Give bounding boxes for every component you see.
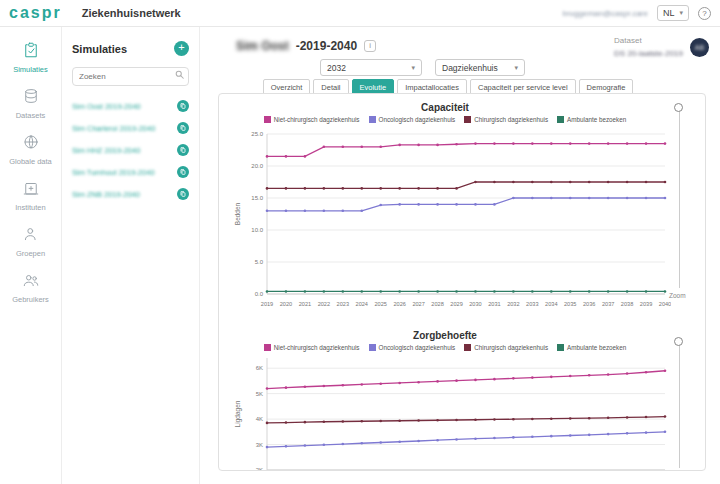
- chevron-down-icon: ▾: [679, 9, 683, 17]
- svg-text:2036: 2036: [583, 301, 595, 307]
- svg-text:2029: 2029: [450, 301, 462, 307]
- chart-legend: Niet-chirurgisch dagziekenhuisOncologisc…: [219, 344, 671, 351]
- legend-item: Ambulante bezoeken: [557, 344, 626, 351]
- legend-swatch: [557, 116, 564, 123]
- legend-label: Oncologisch dagziekenhuis: [379, 344, 456, 351]
- svg-text:10.0: 10.0: [251, 227, 263, 233]
- simulation-name[interactable]: Sim ZNB 2019-2040: [72, 190, 140, 199]
- search-icon: [175, 70, 184, 79]
- svg-text:20.0: 20.0: [251, 163, 263, 169]
- svg-text:2035: 2035: [564, 301, 576, 307]
- datasets-icon: [22, 87, 40, 109]
- legend-item: Niet-chirurgisch dagziekenhuis: [264, 344, 360, 351]
- duplicate-icon[interactable]: [177, 144, 189, 156]
- sidebar-item-gebruikers[interactable]: Gebruikers: [0, 271, 61, 304]
- zoom-slider-handle[interactable]: [674, 103, 683, 112]
- duplicate-icon[interactable]: [177, 122, 189, 134]
- zoom-slider-handle[interactable]: [674, 337, 683, 346]
- year-select-value: 2032: [327, 63, 346, 73]
- user-email[interactable]: bruggeman@caspr.care: [562, 9, 648, 18]
- legend-label: Niet-chirurgisch dagziekenhuis: [274, 116, 360, 123]
- sidebar-item-label: Instituten: [15, 203, 45, 212]
- chart-title-zorgbehoefte: Zorgbehoefte: [219, 330, 671, 341]
- chart-legend: Niet-chirurgisch dagziekenhuisOncologisc…: [219, 116, 671, 123]
- legend-item: Ambulante bezoeken: [557, 116, 626, 123]
- info-icon[interactable]: i: [364, 40, 376, 52]
- svg-text:2021: 2021: [299, 301, 311, 307]
- sidebar-item-datasets[interactable]: Datasets: [0, 87, 61, 120]
- app-header: caspr Ziekenhuisnetwerk bruggeman@caspr.…: [0, 0, 720, 27]
- svg-text:2026: 2026: [393, 301, 405, 307]
- add-simulation-button[interactable]: +: [174, 41, 189, 56]
- chart-title-capaciteit: Capaciteit: [219, 102, 671, 113]
- svg-text:0.0: 0.0: [255, 291, 264, 297]
- sidebar-item-instituten[interactable]: Instituten: [0, 179, 61, 212]
- sidebar-item-simulaties[interactable]: Simulaties: [0, 41, 61, 74]
- year-select[interactable]: 2032 ▾: [320, 59, 422, 76]
- hospital-icon: [22, 179, 40, 201]
- legend-swatch: [369, 344, 376, 351]
- list-item[interactable]: Sim HHZ 2019-2040: [72, 139, 189, 161]
- zoom-slider-track: [679, 108, 680, 288]
- search-input[interactable]: [72, 67, 189, 86]
- svg-text:2038: 2038: [621, 301, 633, 307]
- svg-text:2028: 2028: [431, 301, 443, 307]
- svg-text:15.0: 15.0: [251, 195, 263, 201]
- locale-value: NL: [663, 8, 675, 18]
- svg-text:2019: 2019: [261, 301, 273, 307]
- simulations-icon: [22, 41, 40, 63]
- dataset-info: Dataset DS 20-laatste-2019 AB: [614, 36, 709, 58]
- sidebar-item-label: Datasets: [16, 111, 46, 120]
- list-item[interactable]: Sim Oost 2019-2040: [72, 95, 189, 117]
- zorgbehoefte-line-chart: 2K3K4K5K6KLigdagen: [231, 354, 671, 471]
- avatar[interactable]: AB: [690, 38, 709, 57]
- unit-select-value: Dagziekenhuis: [442, 63, 498, 73]
- simulation-name[interactable]: Sim Oost 2019-2040: [72, 102, 141, 111]
- main-content: Sim Oost -2019-2040 i 2032 ▾ Dagziekenhu…: [200, 27, 720, 484]
- sidebar-item-label: Gebruikers: [12, 295, 49, 304]
- svg-text:2K: 2K: [256, 467, 263, 471]
- chevron-down-icon: ▾: [411, 64, 415, 72]
- help-icon[interactable]: ?: [698, 7, 711, 20]
- legend-label: Chirurgisch dagziekenhuis: [474, 116, 548, 123]
- legend-item: Chirurgisch dagziekenhuis: [464, 344, 548, 351]
- app-logo[interactable]: caspr: [9, 4, 62, 22]
- simulation-name[interactable]: Sim Charleroi 2019-2040: [72, 124, 155, 133]
- panel-title: Simulaties: [72, 43, 127, 55]
- sidebar-item-groepen[interactable]: Groepen: [0, 225, 61, 258]
- legend-item: Oncologisch dagziekenhuis: [369, 344, 456, 351]
- svg-text:2031: 2031: [488, 301, 500, 307]
- duplicate-icon[interactable]: [177, 100, 189, 112]
- panel-header: Simulaties +: [72, 41, 189, 56]
- duplicate-icon[interactable]: [177, 166, 189, 178]
- legend-label: Oncologisch dagziekenhuis: [379, 116, 456, 123]
- dataset-text: Dataset DS 20-laatste-2019: [614, 36, 683, 58]
- duplicate-icon[interactable]: [177, 188, 189, 200]
- svg-text:2022: 2022: [318, 301, 330, 307]
- simulation-name[interactable]: Sim HHZ 2019-2040: [72, 146, 140, 155]
- svg-text:25.0: 25.0: [251, 131, 263, 137]
- legend-swatch: [464, 344, 471, 351]
- svg-text:6K: 6K: [256, 365, 263, 371]
- legend-item: Chirurgisch dagziekenhuis: [464, 116, 548, 123]
- locale-select[interactable]: NL ▾: [657, 5, 689, 21]
- simulation-name[interactable]: Sim Turnhout 2019-2040: [72, 168, 155, 177]
- svg-text:Ligdagen: Ligdagen: [234, 400, 242, 427]
- avatar-initials: AB: [695, 44, 704, 51]
- sidebar-item-globale-data[interactable]: Globale data: [0, 133, 61, 166]
- svg-text:2027: 2027: [412, 301, 424, 307]
- zoom-label: Zoom: [669, 292, 686, 299]
- list-item[interactable]: Sim Turnhout 2019-2040: [72, 161, 189, 183]
- dataset-value: DS 20-laatste-2019: [614, 49, 683, 58]
- legend-swatch: [557, 344, 564, 351]
- svg-text:3K: 3K: [256, 442, 263, 448]
- legend-item: Niet-chirurgisch dagziekenhuis: [264, 116, 360, 123]
- svg-text:2032: 2032: [507, 301, 519, 307]
- svg-text:2024: 2024: [356, 301, 368, 307]
- simulation-title-row: Sim Oost -2019-2040 i: [236, 39, 376, 53]
- svg-text:2020: 2020: [280, 301, 292, 307]
- list-item[interactable]: Sim ZNB 2019-2040: [72, 183, 189, 205]
- list-item[interactable]: Sim Charleroi 2019-2040: [72, 117, 189, 139]
- unit-select[interactable]: Dagziekenhuis ▾: [435, 59, 525, 76]
- sidebar-item-label: Simulaties: [13, 65, 48, 74]
